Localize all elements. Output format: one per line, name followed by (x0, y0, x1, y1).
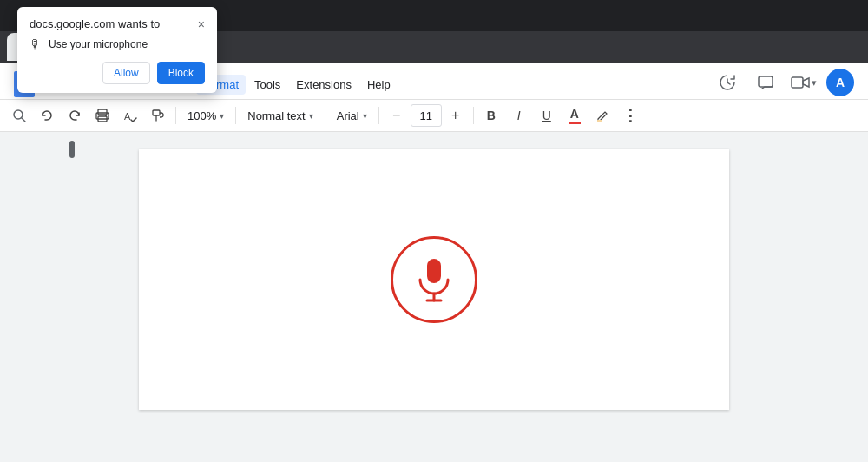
highlight-color-button[interactable] (590, 103, 615, 128)
browser-bar: docs.google.com wants to × 🎙 Use your mi… (0, 0, 868, 31)
meet-button[interactable]: ▾ (788, 67, 819, 98)
text-color-bar (569, 122, 581, 124)
font-dropdown[interactable]: Arial ▾ (331, 103, 373, 128)
avatar[interactable]: A (826, 69, 854, 96)
text-color-a: A (570, 107, 579, 121)
svg-line-7 (22, 118, 25, 122)
permission-popup: docs.google.com wants to × 🎙 Use your mi… (17, 7, 217, 93)
text-style-chevron: ▾ (309, 111, 313, 121)
font-value: Arial (337, 109, 359, 122)
separator-4 (378, 107, 379, 124)
font-chevron: ▾ (363, 111, 367, 121)
mic-permission-label: Use your microphone (49, 38, 148, 50)
font-size-box[interactable]: 11 (411, 104, 442, 127)
comments-button[interactable] (750, 67, 781, 98)
menu-extensions[interactable]: Extensions (289, 75, 358, 95)
svg-rect-15 (597, 120, 602, 122)
popup-title: docs.google.com wants to (30, 17, 160, 30)
separator-5 (473, 107, 474, 124)
menu-help[interactable]: Help (360, 75, 398, 95)
spell-check-button[interactable]: A (118, 103, 142, 128)
left-sidebar (0, 132, 76, 424)
paint-format-button[interactable] (146, 103, 170, 128)
popup-buttons: Allow Block (30, 62, 205, 84)
menu-tools[interactable]: Tools (247, 75, 287, 95)
svg-rect-13 (153, 110, 160, 116)
svg-text:A: A (124, 111, 131, 122)
mic-circle[interactable] (391, 236, 477, 323)
font-size-increase-button[interactable]: + (444, 103, 468, 128)
zoom-value: 100% (187, 109, 216, 122)
font-size-control: − 11 + (385, 103, 468, 128)
underline-button[interactable]: U (535, 103, 559, 128)
block-button[interactable]: Block (157, 62, 205, 84)
popup-header: docs.google.com wants to × (30, 17, 205, 30)
allow-button[interactable]: Allow (102, 62, 150, 84)
separator-3 (325, 107, 326, 124)
svg-rect-4 (759, 76, 773, 87)
mic-icon: 🎙 (30, 37, 42, 51)
doc-area (0, 132, 868, 424)
mic-permission-row: 🎙 Use your microphone (30, 37, 205, 51)
meet-chevron: ▾ (812, 77, 817, 89)
search-button[interactable] (7, 103, 31, 128)
bold-button[interactable]: B (479, 103, 503, 128)
history-button[interactable] (712, 67, 743, 98)
zoom-chevron: ▾ (220, 111, 224, 121)
text-style-value: Normal text (247, 109, 305, 122)
svg-rect-5 (792, 77, 803, 88)
italic-button[interactable]: I (507, 103, 531, 128)
text-color-button[interactable]: A (562, 103, 587, 128)
redo-button[interactable] (62, 103, 87, 128)
font-size-decrease-button[interactable]: − (385, 103, 409, 128)
print-button[interactable] (90, 103, 115, 128)
more-options-button[interactable]: ⋮ (618, 103, 642, 128)
font-size-value: 11 (420, 109, 432, 122)
toolbar: A 100% ▾ Normal text ▾ Arial ▾ − 11 + B … (0, 100, 868, 132)
separator-1 (175, 107, 176, 124)
separator-2 (235, 107, 236, 124)
close-icon[interactable]: × (198, 18, 205, 30)
sidebar-handle[interactable] (69, 141, 75, 158)
docs-header-icons: ▾ A (712, 67, 854, 98)
zoom-dropdown[interactable]: 100% ▾ (181, 103, 230, 128)
svg-rect-16 (427, 259, 441, 283)
text-style-dropdown[interactable]: Normal text ▾ (241, 103, 319, 128)
undo-button[interactable] (35, 103, 59, 128)
doc-page[interactable] (139, 149, 729, 410)
svg-rect-8 (98, 109, 107, 115)
svg-point-11 (105, 116, 107, 117)
